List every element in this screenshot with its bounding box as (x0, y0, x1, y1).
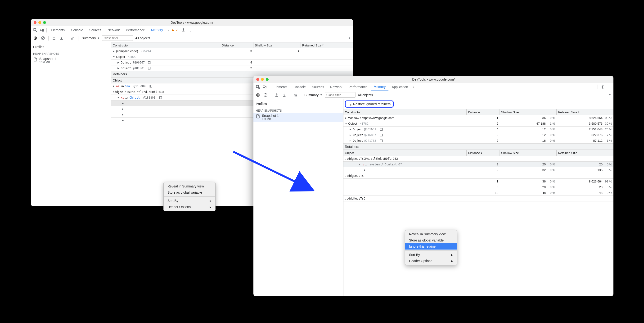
new-window-icon[interactable] (380, 133, 383, 137)
chevron-right-icon[interactable]: ▶ (113, 50, 115, 52)
table-row[interactable]: ▼Object ×1782 2 47 1881 % 3 580 57639 % (344, 121, 614, 127)
tab-elements[interactable]: Elements (271, 83, 290, 91)
source-link[interactable]: ,qddgKe,sTsD (344, 196, 466, 201)
tab-overflow[interactable]: » (412, 85, 416, 89)
class-filter-input[interactable] (325, 92, 356, 98)
table-row[interactable]: ▶Object @216867 2 120 % 622 3767 % (344, 132, 614, 138)
chevron-down-icon[interactable]: ▼ (345, 122, 347, 125)
table-row[interactable]: 1 360 % 8 626 66493 % (344, 179, 614, 184)
tab-application[interactable]: Application (389, 83, 411, 91)
table-row[interactable]: ▶Object @181801 2 (111, 65, 353, 71)
class-filter-input[interactable] (102, 35, 133, 41)
table-row[interactable]: ▶Window / https://www.google.com 1 360 %… (344, 115, 614, 121)
new-window-icon[interactable] (148, 61, 151, 64)
titlebar[interactable]: DevTools - www.google.com/ (31, 19, 353, 26)
col-retained[interactable]: Retained Size▼ (556, 109, 614, 115)
tab-network[interactable]: Network (327, 83, 345, 91)
inspect-icon[interactable] (32, 27, 38, 33)
col-object[interactable]: Object (344, 150, 466, 156)
inspect-icon[interactable] (255, 84, 261, 90)
scope-select[interactable]: All objects ▼ (357, 93, 612, 97)
kebab-icon[interactable]: ⋮ (606, 84, 612, 90)
col-shallow[interactable]: Shallow Size (500, 150, 556, 156)
col-shallow[interactable]: Shallow Size (500, 109, 556, 115)
maximize-icon[interactable] (43, 21, 46, 24)
tab-sources[interactable]: Sources (86, 26, 104, 34)
tab-network[interactable]: Network (105, 26, 122, 34)
warning-badge[interactable]: 2 (171, 28, 178, 32)
tab-memory[interactable]: Memory (148, 26, 166, 34)
minimize-icon[interactable] (38, 21, 41, 24)
clear-icon[interactable] (262, 92, 268, 98)
tab-performance[interactable]: Performance (123, 26, 148, 34)
chevron-right-icon[interactable]: ▶ (350, 128, 352, 131)
traffic-lights[interactable] (256, 78, 268, 81)
scope-select[interactable]: All objects ▼ (134, 36, 352, 40)
new-window-icon[interactable] (380, 139, 383, 142)
col-distance[interactable]: Distance (466, 109, 500, 115)
table-row[interactable]: ▶Object @461651 4 120 % 2 251 04824 % (344, 127, 614, 132)
chevron-down-icon[interactable]: ▼ (113, 85, 115, 88)
table-row[interactable]: ▶(compiled code) ×75214 3 4 (111, 48, 353, 54)
titlebar[interactable]: DevTools - www.google.com/ (254, 76, 614, 83)
view-select[interactable]: Summary ▼ (304, 93, 323, 97)
col-retained[interactable]: Retained Size▼ (301, 43, 353, 48)
col-distance[interactable]: Distance (220, 43, 254, 48)
chevron-down-icon[interactable]: ▼ (364, 169, 366, 171)
restore-ignored-retainers-button[interactable]: Restore ignored retainers (345, 101, 394, 108)
gear-icon[interactable] (599, 84, 606, 90)
col-constructor[interactable]: Constructor (111, 43, 220, 48)
chevron-right-icon[interactable]: ▶ (122, 108, 124, 110)
snapshot-item[interactable]: Snapshot 1 9.3 MB (254, 113, 343, 122)
context-menu[interactable]: Reveal in Summary view Store as global v… (164, 182, 216, 211)
col-constructor[interactable]: Constructor (344, 109, 466, 115)
new-window-icon[interactable] (380, 128, 383, 131)
download-icon[interactable] (58, 35, 65, 41)
menu-store-global[interactable]: Store as global variable (164, 189, 215, 195)
menu-sort-by[interactable]: Sort By▶ (405, 252, 457, 258)
chevron-right-icon[interactable]: ▶ (345, 117, 347, 119)
menu-ignore-retainer[interactable]: Ignore this retainer (405, 243, 457, 249)
chevron-right-icon[interactable]: ▶ (118, 67, 120, 70)
source-link[interactable]: ,qddgKe,sTsDMc,dtl0hd,eHDfl:952 (344, 156, 466, 161)
close-icon[interactable] (34, 21, 36, 24)
table-row[interactable]: ,qddgKe,sTs (344, 173, 614, 179)
new-window-icon[interactable] (149, 85, 152, 88)
table-row[interactable]: ,qddgKe,sTsD (344, 196, 614, 201)
chevron-right-icon[interactable]: ▶ (122, 102, 124, 105)
chevron-right-icon[interactable]: ▶ (350, 139, 352, 142)
col-retained[interactable]: Retained Size (556, 150, 614, 156)
menu-sort-by[interactable]: Sort By▶ (164, 198, 215, 204)
maximize-icon[interactable] (266, 78, 268, 81)
new-window-icon[interactable] (159, 96, 162, 99)
col-distance[interactable]: Distance▲ (466, 150, 500, 156)
chevron-right-icon[interactable]: ▶ (350, 134, 352, 136)
traffic-lights[interactable] (34, 21, 46, 24)
minimize-icon[interactable] (261, 78, 264, 81)
tab-console[interactable]: Console (290, 83, 308, 91)
table-row[interactable]: ▼b in system / Context @? 3 200 % 200 % (344, 162, 614, 167)
table-row[interactable]: ▶Object @296567 4 (111, 60, 353, 65)
gc-icon[interactable] (292, 92, 298, 98)
record-button[interactable] (32, 35, 38, 41)
tab-console[interactable]: Console (68, 26, 86, 34)
chevron-right-icon[interactable]: ▶ (122, 113, 124, 116)
snapshot-item[interactable]: Snapshot 1 13.6 MB (31, 56, 111, 65)
upload-icon[interactable] (274, 92, 280, 98)
view-select[interactable]: Summary ▼ (81, 36, 101, 40)
device-toggle-icon[interactable] (39, 27, 45, 33)
menu-reveal-summary[interactable]: Reveal in Summary view (405, 231, 457, 237)
gear-icon[interactable] (180, 27, 187, 33)
chevron-down-icon[interactable]: ▼ (118, 96, 120, 99)
table-row[interactable]: ▼Object ×2899 (111, 54, 353, 60)
chevron-right-icon[interactable]: ▶ (122, 119, 124, 122)
table-row[interactable]: ▼ 2 320 % 1360 % (344, 167, 614, 173)
chevron-down-icon[interactable]: ▼ (359, 163, 362, 166)
device-toggle-icon[interactable] (262, 84, 268, 90)
tab-elements[interactable]: Elements (48, 26, 68, 34)
chevron-down-icon[interactable]: ▼ (113, 56, 115, 58)
table-row[interactable]: 13 480 % 480 % (344, 190, 614, 196)
record-button[interactable] (255, 92, 261, 98)
source-link[interactable]: ,qddgKe,sTs (344, 173, 466, 178)
upload-icon[interactable] (51, 35, 57, 41)
